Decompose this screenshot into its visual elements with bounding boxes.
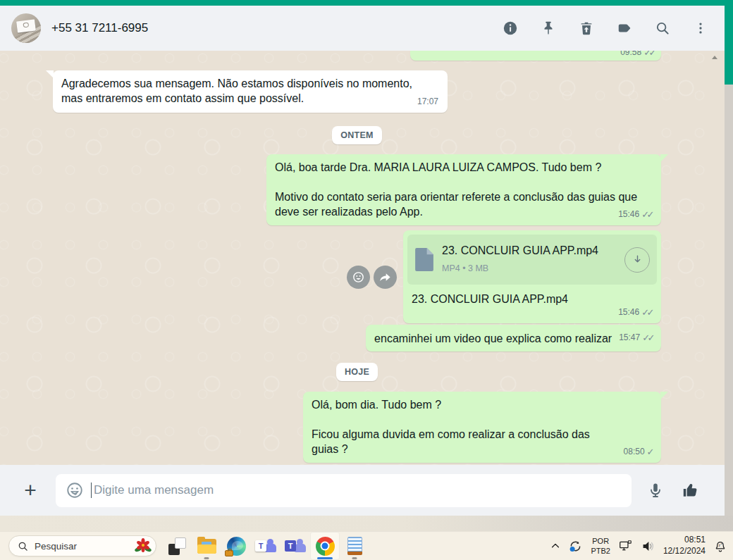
input-placeholder: Digite uma mensagem <box>94 483 214 497</box>
task-view-icon <box>168 537 186 555</box>
voice-message-button[interactable] <box>647 482 664 499</box>
incoming-message[interactable]: Agradecemos sua mensagem. Não estamos di… <box>53 70 448 113</box>
chrome-button[interactable] <box>310 532 340 560</box>
bell-dnd-icon: z z <box>713 539 727 553</box>
menu-button[interactable] <box>686 14 715 42</box>
label-button[interactable] <box>610 14 639 42</box>
hidden-icons-button[interactable] <box>550 541 560 551</box>
taskbar: Pesquisar <box>0 531 733 560</box>
teams-icon: T <box>285 537 306 554</box>
tooth-logo-icon <box>23 23 29 28</box>
outgoing-message[interactable]: Olá, boa tarde Dra. MARIA LAURA LUIZA CA… <box>266 154 661 225</box>
edge-icon <box>227 537 246 556</box>
file-type-size: MP4 • 3 MB <box>442 261 616 276</box>
screen: +55 31 7211-6995 <box>0 0 733 560</box>
single-check-icon: ✓ <box>647 447 652 456</box>
message-input[interactable]: Digite uma mensagem <box>56 474 632 507</box>
notifications-button[interactable]: z z <box>713 539 727 553</box>
language-indicator[interactable]: POR PTB2 <box>591 536 610 556</box>
attach-button[interactable]: + <box>18 476 42 504</box>
taskbar-apps: T T <box>162 532 369 560</box>
speaker-icon <box>641 540 655 553</box>
volume-tray-button[interactable] <box>641 540 655 553</box>
running-indicator <box>204 557 209 559</box>
download-arrow-icon <box>632 254 643 266</box>
emoji-icon <box>66 481 84 499</box>
message-hover-actions <box>347 266 397 289</box>
download-button[interactable] <box>624 247 650 273</box>
bubble-tail <box>46 70 54 78</box>
search-label: Pesquisar <box>35 541 128 552</box>
contact-name[interactable]: +55 31 7211-6995 <box>51 21 148 35</box>
message-time: 15:46 <box>618 207 639 222</box>
file-attachment[interactable]: 23. CONCLUIR GUIA APP.mp4 MP4 • 3 MB <box>407 235 657 285</box>
system-tray: POR PTB2 08:51 12/12/2024 <box>550 535 729 556</box>
forward-button[interactable] <box>374 266 397 289</box>
message-row-auto-reply: Agradecemos sua mensagem. Não estamos di… <box>53 70 661 113</box>
message-time: 15:46 <box>618 305 639 320</box>
file-name: 23. CONCLUIR GUIA APP.mp4 <box>442 243 616 258</box>
message-row-followup: Olá, bom dia. Tudo bem ? Ficou alguma du… <box>53 392 661 463</box>
edge-button[interactable] <box>221 532 251 560</box>
text-caret <box>91 483 92 498</box>
running-indicator <box>352 557 357 559</box>
file-info: 23. CONCLUIR GUIA APP.mp4 MP4 • 3 MB <box>442 243 616 276</box>
header-actions <box>496 14 715 42</box>
contact-avatar[interactable] <box>11 13 41 43</box>
like-button[interactable] <box>681 481 699 499</box>
message-line-1: Olá, boa tarde Dra. MARIA LAURA LUIZA CA… <box>275 160 653 175</box>
emoji-picker-button[interactable] <box>66 481 84 499</box>
date-separator-today: HOJE <box>336 363 378 381</box>
double-check-icon: ✓✓ <box>641 308 652 317</box>
outgoing-message[interactable]: Olá, bom dia. Tudo bem ? Ficou alguma du… <box>303 392 661 463</box>
plus-icon: + <box>24 480 37 501</box>
date-separator-row: HOJE <box>53 363 661 381</box>
search-icon <box>18 541 28 552</box>
forward-arrow-icon <box>378 270 392 284</box>
search-button[interactable] <box>648 14 677 42</box>
search-icon <box>655 20 670 36</box>
teams-classic-button[interactable]: T <box>251 532 281 560</box>
conversation-panel: 09:58 ✓✓ Agradecemos sua mensagem. Não e… <box>0 51 725 465</box>
taskbar-search[interactable]: Pesquisar <box>8 535 156 556</box>
file-explorer-button[interactable] <box>192 532 221 560</box>
teams-button[interactable]: T <box>281 532 310 560</box>
active-indicator <box>317 557 333 559</box>
react-button[interactable] <box>347 266 370 289</box>
language-code: POR <box>591 536 610 546</box>
scrollbar-up-arrow[interactable] <box>712 56 717 59</box>
chat-header: +55 31 7211-6995 <box>0 6 725 51</box>
tray-time: 08:51 <box>663 535 706 546</box>
message-time: 09:58 <box>620 51 641 57</box>
delete-chat-button[interactable] <box>572 14 600 42</box>
sync-icon <box>568 539 583 554</box>
pin-button[interactable] <box>534 14 562 42</box>
bubble-tail <box>660 154 668 162</box>
desktop-background <box>0 516 733 531</box>
notepad-button[interactable] <box>340 532 369 560</box>
clock[interactable]: 08:51 12/12/2024 <box>663 535 706 556</box>
teams-classic-icon: T <box>255 537 276 554</box>
avatar-business-card <box>16 19 36 32</box>
message-row-clipped: 09:58 ✓✓ <box>53 51 661 61</box>
tag-icon <box>617 20 632 36</box>
double-check-icon: ✓✓ <box>642 333 653 342</box>
sync-tray-button[interactable] <box>568 539 583 554</box>
ethernet-icon <box>618 540 633 553</box>
bubble-tail <box>660 392 668 399</box>
message-time: 15:47 <box>619 330 640 345</box>
chrome-icon <box>316 537 335 556</box>
tray-date: 12/12/2024 <box>663 546 706 557</box>
network-tray-button[interactable] <box>618 540 633 553</box>
window-edge-teal <box>725 6 733 85</box>
message-row-file: 23. CONCLUIR GUIA APP.mp4 MP4 • 3 MB 23.… <box>53 230 661 323</box>
message-line-2: Motivo do contato seria para orientar re… <box>275 189 653 219</box>
pin-icon <box>541 20 556 36</box>
message-line-1: Olá, bom dia. Tudo bem ? <box>312 397 653 412</box>
info-button[interactable] <box>496 14 524 42</box>
clipped-outgoing-message[interactable]: 09:58 ✓✓ <box>410 51 661 61</box>
poinsettia-flower-icon <box>135 538 152 554</box>
outgoing-message[interactable]: encaminhei um video que explica como rea… <box>366 325 661 351</box>
task-view-button[interactable] <box>162 532 192 560</box>
outgoing-file-message[interactable]: 23. CONCLUIR GUIA APP.mp4 MP4 • 3 MB 23.… <box>403 230 661 323</box>
